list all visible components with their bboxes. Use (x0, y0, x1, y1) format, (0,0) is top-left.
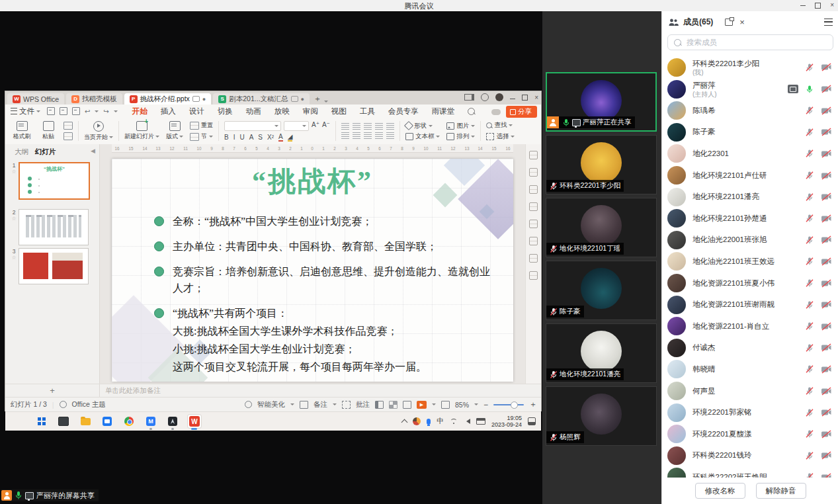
transition-pane-icon[interactable] (529, 202, 538, 211)
reset-button[interactable]: 重置 (190, 121, 213, 130)
slides-tab[interactable]: 幻灯片 (35, 147, 56, 157)
wps-account-avatar[interactable] (495, 93, 503, 101)
ribbon-tab[interactable]: 切换 (211, 105, 239, 118)
highlight-color-button[interactable]: ◢ (288, 133, 293, 142)
selection-pane-icon[interactable] (529, 237, 538, 245)
cut-icon[interactable] (63, 122, 73, 130)
tray-mic-icon[interactable] (427, 419, 431, 425)
number-list-icon[interactable] (353, 123, 360, 130)
indent-decrease-icon[interactable] (364, 123, 372, 130)
minimize-icon[interactable] (800, 5, 806, 6)
member-row[interactable]: 地化22301 (662, 143, 838, 165)
print-icon[interactable] (60, 107, 67, 115)
font-family-select[interactable] (224, 121, 281, 131)
font-style-button[interactable]: B (224, 134, 229, 141)
outline-tab[interactable]: 大纲 (15, 147, 28, 157)
theme-name[interactable]: Office 主题 (72, 400, 106, 409)
quick-access-toolbar[interactable]: ↩ ↪ (47, 107, 118, 115)
zoom-slider-knob[interactable] (511, 401, 518, 409)
chrome-icon[interactable] (122, 414, 136, 429)
notes-toggle-icon[interactable] (300, 401, 308, 409)
font-size-select[interactable] (284, 121, 309, 131)
member-row[interactable]: 地化油光22101班王效远 (662, 251, 838, 273)
wps-share-button[interactable]: 分享 (506, 106, 537, 118)
notification-center-icon[interactable] (528, 417, 536, 425)
save-icon[interactable] (47, 107, 55, 115)
ribbon-tab[interactable]: 设计 (183, 105, 211, 118)
design-pane-icon[interactable] (529, 185, 538, 194)
copy-icon[interactable] (63, 132, 73, 140)
member-row[interactable]: 陈瑀希 (662, 100, 838, 122)
textbox-button[interactable]: 文本框 (405, 132, 440, 141)
member-row[interactable]: 环科类22202班王焕明 (662, 466, 838, 478)
font-style-button[interactable]: U (239, 134, 244, 141)
ribbon-tab[interactable]: 雨课堂 (425, 105, 462, 118)
member-row[interactable]: 地化环境22101孙楚通 (662, 208, 838, 230)
ribbon-tab[interactable]: 放映 (268, 105, 296, 118)
font-shrink-icon[interactable]: A⁻ (322, 121, 330, 131)
member-row[interactable]: 陈子豪 (662, 122, 838, 144)
volume-icon[interactable] (464, 419, 470, 424)
help-icon[interactable] (481, 93, 489, 101)
member-search-input[interactable] (685, 38, 820, 47)
ribbon-tab[interactable]: 动画 (239, 105, 268, 118)
font-style-button[interactable]: A (249, 134, 254, 141)
line-spacing-icon[interactable] (386, 132, 394, 139)
reading-view-icon[interactable] (403, 401, 411, 409)
member-row[interactable]: 环科类22201钱玲 (662, 445, 838, 467)
tencent-meeting-icon[interactable] (100, 414, 114, 429)
tray-device-icon[interactable] (476, 418, 485, 425)
member-row[interactable]: 严丽萍 (主持人) (662, 78, 838, 100)
undo-icon[interactable]: ↩ (85, 108, 90, 115)
font-style-button[interactable]: I (233, 134, 235, 141)
document-tab[interactable]: W WPS Office ● (7, 93, 64, 105)
document-tab[interactable]: S 剧本201...文稿汇总 ● (213, 93, 310, 105)
ribbon-tab[interactable]: 审阅 (296, 105, 325, 118)
new-tab-button[interactable]: ＋ (314, 93, 321, 105)
shapes-button[interactable]: 形状 (405, 122, 440, 130)
align-right-icon[interactable] (364, 132, 372, 139)
smart-beautify-label[interactable]: 智能美化 (257, 400, 285, 409)
cloud-sync-icon[interactable] (491, 109, 501, 115)
sorter-view-icon[interactable] (389, 401, 398, 409)
document-tab[interactable]: D 找稻壳模板 ● (66, 93, 122, 105)
task-view-button[interactable] (56, 414, 71, 429)
start-button[interactable] (34, 414, 49, 429)
messaging-app-icon[interactable]: M (144, 414, 158, 429)
add-slide-button[interactable]: + (5, 384, 100, 398)
help-pane-icon[interactable] (529, 254, 538, 263)
zoom-level[interactable]: 85% (455, 401, 469, 409)
split-view-icon[interactable] (464, 94, 474, 101)
justify-icon[interactable] (375, 132, 383, 139)
member-row[interactable]: 地化环境22101潘亮 (662, 186, 838, 208)
slide-thumbnail[interactable]: 3☆ (19, 248, 90, 284)
slide-thumbnail[interactable]: 1☆ (19, 162, 90, 200)
comments-pane-icon[interactable] (529, 220, 538, 228)
font-color-button[interactable]: A (278, 133, 283, 142)
taskbar-clock[interactable]: 19:05 2023-09-24 (491, 415, 522, 428)
tray-expand-icon[interactable] (401, 419, 408, 426)
member-search-box[interactable] (667, 34, 833, 50)
file-explorer-icon[interactable] (78, 414, 93, 429)
bullet-list-icon[interactable] (341, 123, 349, 130)
text-direction-icon[interactable] (386, 123, 394, 130)
video-tile[interactable]: 杨照辉 (546, 386, 657, 446)
document-tab[interactable]: P 挑战杯介绍.pptx ● (124, 93, 212, 105)
collapse-panel-icon[interactable]: ◀ (91, 147, 95, 154)
section-button[interactable]: 节 (190, 132, 213, 141)
member-row[interactable]: 地化环境22101卢仕研 (662, 165, 838, 187)
arrange-button[interactable]: 排列 (446, 132, 475, 141)
ribbon-tab[interactable]: 工具 (353, 105, 382, 118)
member-row[interactable]: 地化资源22101-肖自立 (662, 315, 838, 337)
video-tile[interactable]: 地化环境22101丁瑶 (546, 198, 657, 257)
panel-menu-icon[interactable] (824, 19, 833, 26)
zoom-in-button[interactable]: ＋ (529, 399, 537, 410)
video-tile[interactable]: 地化环境22101潘亮 (546, 323, 657, 383)
member-row[interactable]: 地化资源22101班谢雨靓 (662, 294, 838, 315)
popout-panel-icon[interactable] (725, 19, 733, 26)
comment-toggle-label[interactable]: 批注 (356, 400, 370, 409)
slide-thumbnail[interactable]: 2☆ (19, 209, 90, 245)
wps-minimize-icon[interactable] (510, 99, 515, 99)
wps-restore-icon[interactable] (522, 95, 528, 101)
fit-window-icon[interactable] (441, 401, 450, 409)
